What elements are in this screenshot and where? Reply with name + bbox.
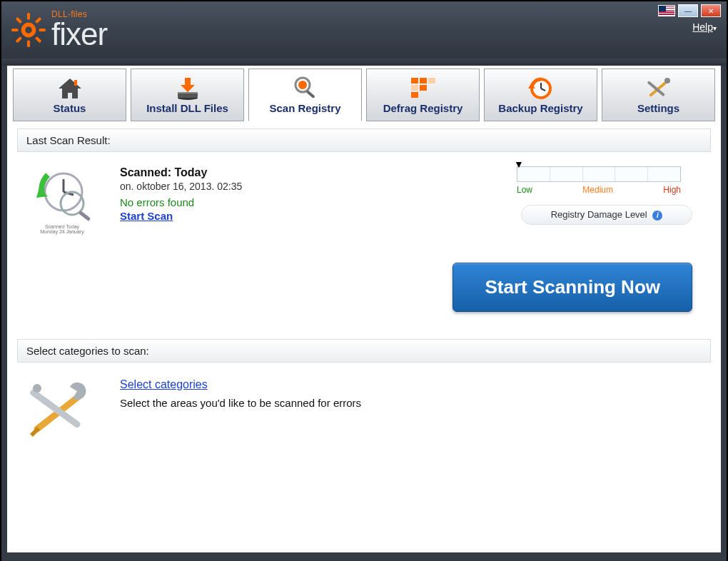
svg-point-9: [25, 26, 31, 33]
categories-tools-icon: [27, 378, 98, 445]
main-tabs: Status Install DLL Files Scan Registry D…: [13, 69, 715, 121]
select-categories-desc: Select the areas you'd like to be scanne…: [120, 397, 361, 409]
svg-marker-10: [59, 79, 81, 98]
gauge-medium-label: Medium: [582, 185, 613, 195]
svg-point-16: [298, 81, 307, 89]
select-categories-link[interactable]: Select categories: [120, 378, 208, 390]
tab-label: Settings: [637, 102, 679, 114]
chrome-divider: [1, 59, 727, 66]
app-logo: DLL-files fixer: [1, 10, 107, 50]
tab-label: Install DLL Files: [146, 102, 228, 114]
svg-rect-14: [178, 92, 198, 94]
svg-point-30: [664, 78, 670, 84]
gauge-high-label: High: [663, 185, 681, 195]
home-icon: [57, 76, 83, 101]
select-categories-header: Select categories to scan:: [17, 339, 711, 363]
tab-label: Defrag Registry: [383, 102, 463, 114]
svg-rect-1: [27, 13, 30, 19]
app-header: DLL-files fixer — ✕ Help: [1, 1, 727, 59]
language-flag-us[interactable]: [658, 5, 675, 16]
svg-rect-36: [79, 211, 91, 221]
info-icon[interactable]: i: [652, 211, 662, 221]
defrag-icon: [411, 76, 435, 101]
tools-icon: [646, 76, 672, 101]
tab-scan-registry[interactable]: Scan Registry: [248, 69, 362, 121]
scan-clock-icon: Scanned TodayMonday 24 January: [23, 166, 101, 234]
bottom-chrome: [1, 552, 727, 561]
damage-level-label: Registry Damage Level: [551, 209, 647, 220]
magnifier-icon: [293, 76, 318, 101]
svg-rect-11: [74, 80, 77, 86]
close-button[interactable]: ✕: [701, 4, 721, 17]
svg-point-40: [33, 384, 41, 393]
svg-rect-21: [411, 85, 418, 91]
gauge-low-label: Low: [517, 185, 532, 195]
tab-label: Scan Registry: [269, 102, 340, 114]
tab-defrag-registry[interactable]: Defrag Registry: [366, 69, 480, 121]
scanned-label: Scanned: Today: [120, 166, 438, 179]
tab-status[interactable]: Status: [13, 69, 126, 121]
svg-rect-7: [16, 17, 23, 24]
svg-rect-20: [428, 78, 435, 84]
tab-label: Backup Registry: [498, 102, 582, 114]
download-icon: [175, 76, 201, 101]
tab-install-dll[interactable]: Install DLL Files: [131, 69, 244, 121]
tab-settings[interactable]: Settings: [602, 69, 715, 121]
svg-rect-4: [39, 29, 46, 31]
svg-rect-3: [11, 29, 18, 31]
tab-label: Status: [54, 102, 86, 114]
svg-rect-19: [420, 78, 427, 84]
minimize-button[interactable]: —: [678, 4, 698, 17]
brand-title: fixer: [51, 19, 107, 50]
help-menu[interactable]: Help: [692, 21, 717, 33]
scan-status: No errors found: [120, 196, 438, 208]
svg-rect-17: [305, 90, 315, 98]
svg-rect-2: [27, 41, 30, 47]
svg-rect-18: [411, 78, 418, 84]
svg-rect-23: [411, 92, 418, 98]
svg-rect-8: [35, 36, 42, 44]
damage-gauge: ▼ Low Medium High: [517, 166, 681, 195]
gear-icon: [10, 11, 47, 49]
clock-refresh-icon: [528, 76, 554, 101]
gauge-marker-icon: ▼: [514, 158, 524, 170]
tab-backup-registry[interactable]: Backup Registry: [484, 69, 597, 121]
damage-level-pill[interactable]: Registry Damage Level i: [521, 205, 692, 225]
start-scan-link[interactable]: Start Scan: [120, 210, 173, 222]
start-scanning-button[interactable]: Start Scanning Now: [453, 263, 692, 312]
scanned-date: on. oktober 16, 2013. 02:35: [120, 181, 438, 192]
svg-rect-5: [35, 17, 42, 24]
last-scan-header: Last Scan Result:: [17, 128, 711, 152]
svg-rect-22: [420, 85, 427, 91]
svg-rect-6: [16, 36, 23, 44]
svg-rect-39: [29, 388, 81, 429]
